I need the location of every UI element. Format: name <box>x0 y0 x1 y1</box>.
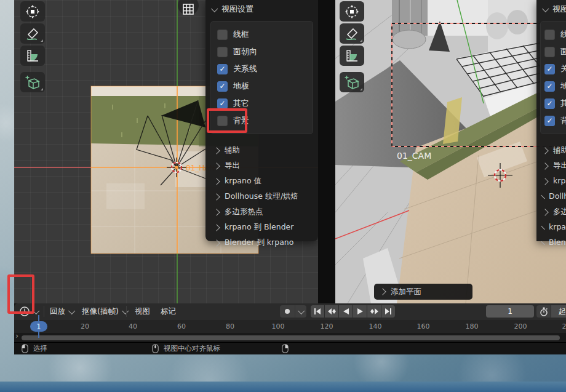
checkbox-label: 关系线 <box>233 63 257 74</box>
keying-menu[interactable]: 抠像(插帧) <box>78 303 131 319</box>
collapsed-sections: 辅助 导出 krpano 值 Dollhouse 纹理/烘焙 多边形热点 krp… <box>205 139 318 250</box>
operator-label: 添加平面 <box>391 287 421 297</box>
chevron-down-icon <box>68 308 75 314</box>
section-polygon-hotspot[interactable]: 多边形热点 <box>543 204 566 220</box>
ruler-tick: 100 <box>272 322 285 330</box>
chevron-right-icon <box>213 178 220 185</box>
blender-window: 01_HAN <box>14 0 566 354</box>
auto-key-dropdown[interactable] <box>295 305 306 318</box>
relationship-lines-checkbox[interactable]: ✓ <box>544 64 555 74</box>
background-checkbox[interactable]: ✓ <box>544 116 555 126</box>
playback-menu[interactable]: 回放 <box>46 303 78 319</box>
checkbox-row-background[interactable]: ✓ 背景 <box>544 112 566 129</box>
relationship-lines-checkbox[interactable]: ✓ <box>217 64 228 74</box>
play-button[interactable] <box>353 305 367 318</box>
checkbox-row-face-orientation[interactable]: ✓ 面朝向 <box>544 43 566 60</box>
annotate-tool-button[interactable] <box>20 23 45 44</box>
timeline-header: 回放 抠像(插帧) 视图 标记 <box>14 303 566 321</box>
checkbox-row-other[interactable]: ✓ 其它 <box>544 95 566 112</box>
status-hint-right <box>282 343 293 354</box>
section-export[interactable]: 导出 <box>543 158 566 174</box>
viewport-divider[interactable] <box>318 0 335 303</box>
chevron-right-icon <box>213 193 220 200</box>
use-preview-range-button[interactable] <box>536 305 551 318</box>
timeline-ruler[interactable]: 20 40 60 80 100 120 140 160 180 200 220 … <box>14 320 566 333</box>
viewport-right[interactable]: 01_CAM <box>335 0 566 303</box>
section-blender-to-krpano[interactable]: Blender 到 krpano <box>543 235 566 250</box>
section-krpano-to-blender[interactable]: krpano 到 Blender <box>214 220 314 235</box>
face-orientation-checkbox[interactable]: ✓ <box>217 47 228 57</box>
jump-to-end-button[interactable] <box>381 305 395 318</box>
next-keyframe-button[interactable] <box>367 305 381 318</box>
checkbox-row-face-orientation[interactable]: ✓ 面朝向 <box>217 43 306 60</box>
other-checkbox[interactable]: ✓ <box>217 98 228 109</box>
marker-menu[interactable]: 标记 <box>157 303 180 319</box>
ruler-tick: 160 <box>417 322 430 330</box>
checkbox-row-relationship-lines[interactable]: ✓ 关系线 <box>544 60 566 78</box>
chevron-right-icon <box>379 288 386 295</box>
section-krpano-to-blender[interactable]: krpano 到 Blender <box>543 220 566 235</box>
expand-arrow-icon[interactable]: › <box>15 331 18 340</box>
record-dot-icon <box>284 308 290 314</box>
popover-header[interactable]: 视图设置 <box>205 0 318 18</box>
section-export[interactable]: 导出 <box>214 158 314 174</box>
checkbox-row-floor[interactable]: ✓ 地板 <box>217 78 306 95</box>
chevron-right-icon <box>213 209 220 215</box>
navigate-tool-button[interactable] <box>20 1 45 22</box>
current-frame-field[interactable]: 1 <box>486 305 534 318</box>
prev-keyframe-button[interactable] <box>325 305 338 318</box>
floor-checkbox[interactable]: ✓ <box>217 81 228 92</box>
section-auxiliary[interactable]: 辅助 <box>214 143 314 158</box>
desktop-wallpaper-band <box>0 382 566 392</box>
npanel-header[interactable]: 视图设置 <box>536 0 566 18</box>
subtool-corner <box>360 39 362 42</box>
floor-checkbox[interactable]: ✓ <box>544 81 555 92</box>
checkbox-row-wireframe[interactable]: ✓ 线框 <box>544 26 566 43</box>
chevron-right-icon <box>213 239 220 246</box>
ruler-tick: 20 <box>81 322 89 330</box>
add-cube-tool-button[interactable] <box>20 72 45 92</box>
jump-to-start-button[interactable] <box>311 305 324 318</box>
view-menu[interactable]: 视图 <box>131 303 154 319</box>
checkbox-row-relationship-lines[interactable]: ✓ 关系线 <box>217 60 306 78</box>
frame-start-field[interactable]: 起始 <box>551 305 566 318</box>
current-frame-playhead-badge[interactable]: 1 <box>30 321 47 332</box>
chevron-right-icon <box>213 162 220 169</box>
auto-key-record-button[interactable] <box>280 305 295 318</box>
wireframe-checkbox[interactable]: ✓ <box>544 30 555 40</box>
section-auxiliary[interactable]: 辅助 <box>543 143 566 158</box>
viewport-left[interactable]: 01_HAN <box>14 0 318 303</box>
section-dollhouse-bake[interactable]: Dollhouse 纹理/烘焙 <box>543 189 566 204</box>
timeline-track-area[interactable]: › <box>14 333 566 342</box>
checkbox-label: 地板 <box>233 81 249 92</box>
other-checkbox[interactable]: ✓ <box>544 98 555 109</box>
play-reverse-button[interactable] <box>339 305 353 318</box>
section-krpano-values[interactable]: krpano 值 <box>543 174 566 189</box>
checkbox-row-wireframe[interactable]: ✓ 线框 <box>217 26 306 43</box>
annotation-box-bottom-left <box>7 274 34 314</box>
section-blender-to-krpano[interactable]: Blender 到 krpano <box>214 235 314 250</box>
measure-tool-button[interactable] <box>20 46 45 66</box>
viewport-right-scene: 01_CAM <box>335 0 566 303</box>
annotate-tool-button[interactable] <box>340 23 364 44</box>
checkbox-row-floor[interactable]: ✓ 地板 <box>544 78 566 95</box>
face-orientation-checkbox[interactable]: ✓ <box>544 47 555 57</box>
section-polygon-hotspot[interactable]: 多边形热点 <box>214 204 314 220</box>
status-hint-center-view: 视图中心对齐鼠标 <box>152 343 220 354</box>
mouse-right-icon <box>282 344 289 353</box>
measure-tool-button[interactable] <box>340 46 364 66</box>
navigate-tool-button[interactable] <box>340 1 364 22</box>
section-krpano-values[interactable]: krpano 值 <box>214 174 314 189</box>
add-cube-tool-button[interactable] <box>340 72 364 92</box>
ruler-tick: 140 <box>369 322 382 330</box>
timeline-scrollbar[interactable] <box>22 335 560 340</box>
checkbox-label: 其它 <box>233 98 249 109</box>
add-plane-operator-panel[interactable]: 添加平面 <box>374 284 472 300</box>
wireframe-checkbox[interactable]: ✓ <box>217 30 228 40</box>
section-dollhouse-bake[interactable]: Dollhouse 纹理/烘焙 <box>214 189 314 204</box>
subtool-corner <box>41 88 43 90</box>
mouse-middle-icon <box>152 344 159 353</box>
collapsed-sections: 辅助 导出 krpano 值 Dollhouse 纹理/烘焙 多边形热点 krp… <box>536 139 566 250</box>
stopwatch-icon <box>540 307 548 316</box>
chevron-right-icon <box>213 224 220 231</box>
